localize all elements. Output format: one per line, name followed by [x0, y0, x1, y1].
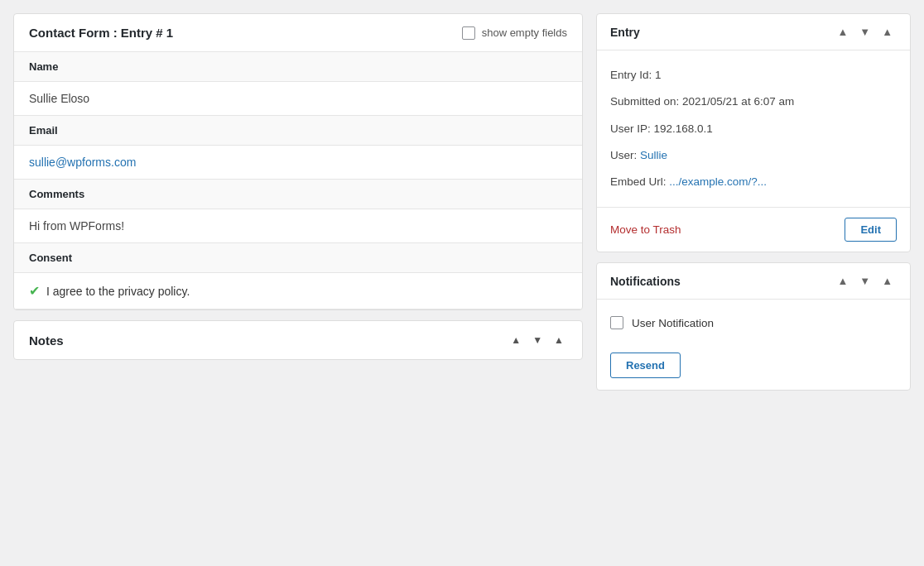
user-notification-label: User Notification [632, 317, 714, 329]
notes-sort-up-button[interactable]: ▲ [508, 333, 524, 348]
field-name-value: Sullie Eloso [14, 82, 582, 115]
embed-url-label: Embed Url: [610, 175, 669, 188]
notifications-collapse-button[interactable]: ▲ [878, 273, 897, 289]
notifications-widget-title: Notifications [610, 275, 681, 288]
notifications-up-button[interactable]: ▲ [833, 273, 852, 289]
user-notification-item: User Notification [610, 311, 897, 334]
notifications-widget: Notifications ▲ ▼ ▲ User Notification Re… [596, 262, 911, 391]
embed-url-link[interactable]: .../example.com/?... [669, 175, 767, 188]
right-panel: Entry ▲ ▼ ▲ Entry Id: 1 Submitted on: 20… [596, 13, 911, 553]
field-email-value: sullie@wpforms.com [14, 146, 582, 179]
notes-card: Notes ▲ ▼ ▲ [13, 320, 583, 360]
entry-widget-collapse-button[interactable]: ▲ [878, 24, 897, 40]
user-row: User: Sullie [610, 142, 897, 169]
field-consent-value: ✔ I agree to the privacy policy. [14, 273, 582, 309]
notes-header: Notes ▲ ▼ ▲ [14, 321, 582, 359]
email-link[interactable]: sullie@wpforms.com [29, 156, 136, 169]
field-comments-label: Comments [14, 180, 582, 209]
entry-widget-down-button[interactable]: ▼ [855, 24, 874, 40]
field-comments-block: Comments Hi from WPForms! [14, 180, 582, 243]
entry-widget-controls: ▲ ▼ ▲ [833, 24, 897, 40]
resend-button[interactable]: Resend [610, 353, 681, 378]
user-notification-checkbox[interactable] [610, 316, 623, 329]
notifications-down-button[interactable]: ▼ [855, 273, 874, 289]
edit-button[interactable]: Edit [845, 218, 897, 242]
field-consent-block: Consent ✔ I agree to the privacy policy. [14, 243, 582, 309]
field-comments-value: Hi from WPForms! [14, 209, 582, 242]
entry-widget: Entry ▲ ▼ ▲ Entry Id: 1 Submitted on: 20… [596, 13, 911, 252]
notes-sort-down-button[interactable]: ▼ [529, 333, 546, 348]
entry-widget-actions: Move to Trash Edit [597, 207, 910, 252]
field-email-label: Email [14, 116, 582, 146]
user-label: User: [610, 149, 640, 161]
move-to-trash-button[interactable]: Move to Trash [610, 223, 681, 236]
consent-text: I agree to the privacy policy. [46, 285, 190, 298]
user-link[interactable]: Sullie [640, 149, 667, 161]
notes-sort-up2-button[interactable]: ▲ [551, 333, 567, 348]
entry-card-title: Contact Form : Entry # 1 [29, 26, 173, 40]
consent-checkmark-icon: ✔ [29, 283, 40, 299]
field-name-label: Name [14, 52, 582, 82]
field-name-block: Name Sullie Eloso [14, 52, 582, 116]
field-consent-label: Consent [14, 243, 582, 273]
entry-widget-header: Entry ▲ ▼ ▲ [597, 14, 910, 50]
embed-url-row: Embed Url: .../example.com/?... [610, 169, 897, 195]
entry-widget-title: Entry [610, 26, 640, 39]
notes-title: Notes [29, 333, 64, 348]
submitted-on-row: Submitted on: 2021/05/21 at 6:07 am [610, 89, 897, 115]
entry-widget-body: Entry Id: 1 Submitted on: 2021/05/21 at … [597, 50, 910, 207]
show-empty-fields-label[interactable]: show empty fields [462, 26, 567, 40]
entry-id-row: Entry Id: 1 [610, 62, 897, 89]
entry-card: Contact Form : Entry # 1 show empty fiel… [13, 13, 583, 310]
notifications-widget-header: Notifications ▲ ▼ ▲ [597, 263, 910, 300]
notifications-widget-controls: ▲ ▼ ▲ [833, 273, 897, 289]
notes-sort-controls: ▲ ▼ ▲ [508, 333, 567, 348]
user-ip-row: User IP: 192.168.0.1 [610, 116, 897, 142]
field-email-block: Email sullie@wpforms.com [14, 116, 582, 180]
notifications-body: User Notification [597, 300, 910, 346]
show-empty-fields-checkbox[interactable] [462, 26, 475, 40]
entry-widget-up-button[interactable]: ▲ [833, 24, 852, 40]
show-empty-fields-text: show empty fields [482, 26, 567, 39]
left-panel: Contact Form : Entry # 1 show empty fiel… [13, 13, 583, 553]
entry-card-header: Contact Form : Entry # 1 show empty fiel… [14, 14, 582, 52]
